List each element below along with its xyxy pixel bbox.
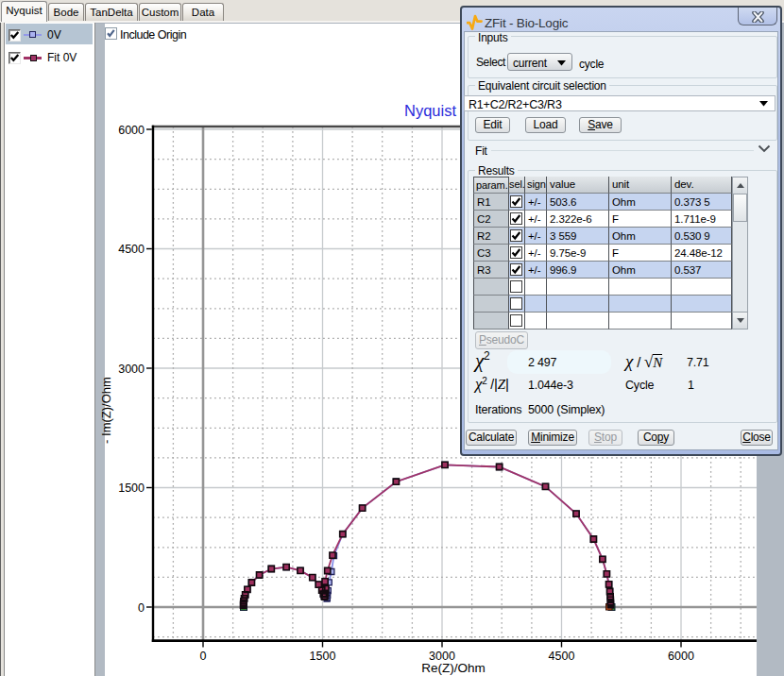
svg-text:1500: 1500: [118, 482, 145, 495]
svg-text:6000: 6000: [118, 124, 145, 137]
svg-text:6000: 6000: [668, 650, 694, 663]
svg-text:1500: 1500: [310, 650, 336, 663]
svg-text:0: 0: [200, 650, 207, 663]
svg-text:Re(Z)/Ohm: Re(Z)/Ohm: [421, 661, 486, 675]
svg-text:0: 0: [138, 601, 145, 615]
svg-text:3000: 3000: [118, 363, 145, 376]
svg-text:4500: 4500: [118, 243, 145, 256]
svg-text:4500: 4500: [549, 650, 575, 663]
